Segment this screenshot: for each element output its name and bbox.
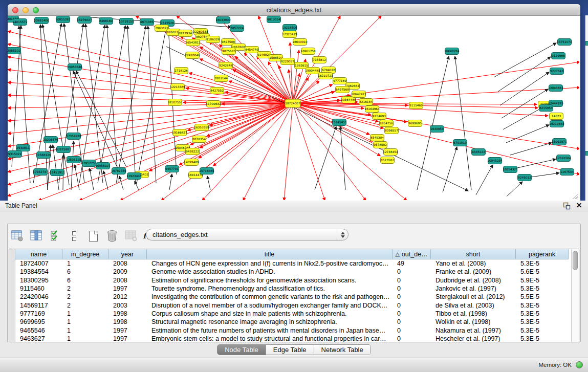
table-row[interactable]: 2242004622012Investigating the contribut…: [15, 293, 571, 301]
graph-node-label: 14023: [552, 115, 561, 118]
table-cell: Estimation of significance thresholds fo…: [147, 276, 393, 285]
graph-node-label: 17359928: [66, 135, 81, 138]
column-header-title[interactable]: title: [147, 249, 393, 259]
row-height-icon[interactable]: [68, 229, 81, 243]
graph-node-label: 10647427: [351, 93, 366, 96]
table-cell: Genome-wide association studies in ADHD.: [147, 268, 393, 276]
table-cell: 1: [62, 259, 108, 268]
table-cell: Franke et al. (2009): [431, 268, 516, 276]
table-row[interactable]: 1938455462009Genome-wide association stu…: [15, 268, 571, 276]
table-cell: 0: [393, 310, 431, 318]
table-row[interactable]: 969969511998Structural magnetic resonanc…: [15, 318, 571, 326]
graph-node-label: 20364486: [341, 98, 356, 101]
tab-node-table[interactable]: Node Table: [217, 345, 266, 355]
column-header-out_de[interactable]: △out_de…: [393, 249, 431, 259]
table-options-icon[interactable]: [11, 229, 24, 243]
graph-node-label: 16958107: [95, 164, 111, 167]
window-resize-grip[interactable]: [572, 192, 578, 199]
column-header-label: out_de…: [402, 251, 428, 258]
table-selector-dropdown[interactable]: citations_edges.txt: [146, 229, 349, 240]
tab-network-table[interactable]: Network Table: [314, 345, 371, 355]
graph-node-label: 8186328: [206, 38, 220, 41]
graph-node-label: 2718126: [175, 69, 188, 72]
table-cell: 1998: [108, 318, 147, 326]
citation-network-graph[interactable]: 1901542140155722069140610855287152760276…: [8, 16, 579, 200]
new-column-icon[interactable]: [86, 229, 100, 243]
table-row[interactable]: 946362711997Embryonic stem cells: a mode…: [15, 335, 571, 342]
table-row[interactable]: 1872400712008Changes of HCN gene express…: [15, 259, 571, 268]
graph-node-label: 1640953: [430, 127, 444, 130]
graph-node-label: 18654321: [503, 168, 518, 171]
graph-node-label: 19904485: [305, 69, 320, 72]
node-table: namein_degreeyeartitle△out_de…shortpager…: [9, 249, 579, 342]
table-cell: 1997: [108, 335, 147, 342]
column-header-pagerank[interactable]: pagerank: [516, 249, 569, 259]
table-cell: Nakamura et al. (1997): [431, 326, 516, 334]
table-content-box: f(x) citations_edges.txt namein_degreeye…: [7, 224, 581, 342]
column-header-year[interactable]: year: [108, 249, 147, 259]
table-cell: 5.9E-5: [516, 276, 569, 285]
column-header-label: name: [31, 251, 47, 258]
graph-node-label: 6466160: [99, 19, 113, 23]
table-cell: Wolkin et al. (1998): [431, 318, 516, 326]
window-title: citations_edges.txt: [8, 6, 580, 14]
graph-node-label: 8096557: [385, 129, 398, 132]
close-panel-icon[interactable]: ✕: [575, 201, 583, 209]
graph-node-label: 9578582: [374, 143, 387, 146]
network-canvas[interactable]: 1901542140155722069140610855287152760276…: [8, 16, 579, 200]
graph-node-label: 9777169: [333, 79, 346, 82]
graph-node-label: 22260538: [193, 30, 208, 33]
graph-node-label: 16353559: [194, 126, 209, 129]
graph-node-label: 1362615: [295, 64, 308, 67]
table-row[interactable]: 1830029562008Estimation of significance …: [15, 276, 571, 285]
graph-node-label: 9875685: [222, 50, 235, 53]
tab-edge-table[interactable]: Edge Table: [266, 345, 314, 355]
table-cell: 2008: [108, 276, 147, 285]
graph-node-label: 8912934: [179, 32, 192, 35]
graph-node-label: 9827508: [222, 40, 235, 43]
show-columns-icon[interactable]: [30, 229, 43, 243]
table-row[interactable]: 977716911998Corpus callosum shape and si…: [15, 310, 571, 318]
column-header-label: year: [121, 251, 134, 258]
graph-node-label: 6794028: [322, 69, 335, 72]
table-row[interactable]: 911546021997Tourette syndrome. Phenomeno…: [15, 285, 571, 293]
column-header-short[interactable]: short: [431, 249, 516, 259]
table-scrollbar[interactable]: [571, 249, 579, 342]
graph-node-label: 8427552: [210, 89, 224, 92]
graph-node-label: 6791910: [453, 141, 467, 144]
graph-node-label: 8878354: [192, 138, 206, 141]
table-cell: Embryonic stem cells: a model to study s…: [147, 335, 393, 342]
graph-node-label: 9115460: [409, 104, 423, 107]
column-header-label: short: [466, 251, 481, 258]
table-row[interactable]: 946554611997Estimation of the future num…: [15, 326, 571, 334]
column-header-in_degree[interactable]: in_degree: [62, 249, 108, 259]
graph-node-label: 7515526: [161, 21, 174, 25]
table-type-tabs: Node TableEdge TableNetwork Table: [0, 344, 588, 356]
graph-node-label: 11568129: [36, 154, 51, 157]
graph-node-label: 19218506: [282, 26, 297, 29]
graph-node-label: 6671385: [140, 20, 154, 24]
sort-ascending-icon: △: [395, 251, 399, 257]
network-view-window[interactable]: citations_edges.txt 19015421401557220691…: [8, 4, 580, 201]
table-cell: 0: [393, 293, 431, 301]
table-cell: Tibbo et al. (1998): [431, 310, 516, 318]
delete-table-icon: [124, 229, 138, 243]
float-panel-icon[interactable]: [563, 202, 571, 210]
graph-node-label: 9457791: [165, 167, 179, 170]
table-cell: 1: [62, 326, 108, 334]
graph-node-label: 10945234: [487, 159, 503, 162]
table-cell: Hescheler et al. (1997): [431, 335, 516, 342]
table-cell: 5.3E-5: [516, 301, 569, 309]
scrollbar-thumb[interactable]: [573, 251, 578, 270]
table-row[interactable]: 1456911722003Disruption of a novel membe…: [15, 301, 571, 309]
column-header-name[interactable]: name: [15, 249, 62, 259]
window-titlebar[interactable]: citations_edges.txt: [8, 4, 580, 16]
delete-columns-icon[interactable]: [105, 229, 119, 243]
graph-node-label: 14015572: [12, 20, 28, 24]
table-cell: Yano et al. (2008): [431, 259, 516, 268]
select-rows-icon[interactable]: [49, 229, 62, 243]
table-cell: Stergiakouli et al. (2012): [431, 293, 516, 301]
graph-node-label: 8220057: [281, 60, 294, 63]
table-cell: 1997: [108, 285, 147, 293]
table-cell: 5.3E-5: [516, 335, 569, 342]
